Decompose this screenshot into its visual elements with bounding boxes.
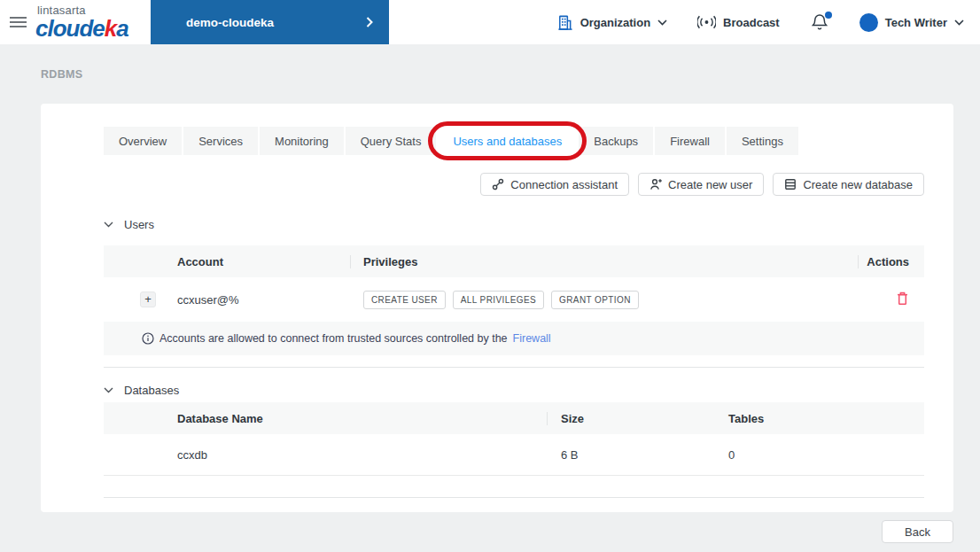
broadcast-label: Broadcast (723, 16, 780, 29)
trash-icon (896, 292, 909, 306)
create-new-database-button[interactable]: Create new database (773, 173, 924, 196)
database-row: ccxdb 6 B 0 (104, 434, 924, 476)
connection-icon (492, 178, 504, 190)
brand-cloudeka: cloudeka (35, 17, 142, 40)
user-name-label: Tech Writer (885, 16, 947, 29)
hamburger-icon (10, 16, 27, 28)
top-bar: lintasarta cloudeka demo-cloudeka Organi… (0, 0, 980, 44)
user-row: + ccxuser@% CREATE USER ALL PRIVILEGES G… (104, 277, 924, 322)
back-button[interactable]: Back (882, 520, 953, 543)
account-value: ccxuser@% (177, 293, 350, 307)
note-text: Accounts are allowed to connect from tru… (159, 332, 508, 345)
organization-menu[interactable]: Organization (556, 14, 667, 31)
column-actions: Actions (858, 255, 924, 268)
chevron-down-icon (104, 387, 113, 393)
database-size-value: 6 B (547, 448, 718, 462)
firewall-note: Accounts are allowed to connect from tru… (104, 322, 924, 355)
user-plus-icon (649, 178, 662, 190)
connection-assistant-button[interactable]: Connection assistant (480, 173, 629, 196)
info-icon (142, 332, 154, 345)
tab-bar: Overview Services Monitoring Query Stats… (104, 127, 924, 155)
database-name-value: ccxdb (104, 448, 547, 462)
users-table: Account Privileges Actions + ccxuser@% C… (104, 245, 924, 355)
actions-toolbar: Connection assistant Create new user Cre… (104, 173, 924, 196)
rdbms-detail-card: Overview Services Monitoring Query Stats… (41, 104, 953, 512)
chevron-down-icon (657, 19, 667, 26)
create-new-user-button[interactable]: Create new user (638, 173, 764, 196)
column-tables: Tables (718, 412, 924, 425)
notification-dot (825, 12, 832, 19)
chevron-down-icon (104, 222, 113, 228)
tab-settings[interactable]: Settings (727, 127, 798, 155)
databases-section-title: Databases (124, 384, 179, 397)
database-tables-value: 0 (718, 448, 924, 462)
user-menu[interactable]: Tech Writer (859, 13, 964, 32)
tab-users-and-databases-wrap: Users and databases (438, 127, 577, 155)
notifications-button[interactable] (810, 12, 829, 32)
database-icon (784, 178, 797, 190)
rdbms-page: lintasarta cloudeka demo-cloudeka Organi… (0, 0, 980, 552)
bottom-divider (104, 497, 924, 498)
delete-user-button[interactable] (896, 292, 909, 306)
organization-label: Organization (580, 16, 650, 29)
privilege-chip: GRANT OPTION (551, 291, 639, 309)
footer-actions: Back (0, 520, 953, 543)
expand-row-button[interactable]: + (140, 292, 156, 307)
section-divider (104, 367, 924, 368)
hamburger-menu-button[interactable] (0, 0, 35, 44)
users-section-toggle[interactable]: Users (104, 217, 924, 231)
users-table-header: Account Privileges Actions (104, 245, 924, 277)
tab-monitoring[interactable]: Monitoring (260, 127, 344, 155)
privilege-chip: CREATE USER (363, 291, 446, 309)
databases-section-toggle[interactable]: Databases (104, 383, 924, 397)
breadcrumb: RDBMS (41, 68, 82, 81)
privilege-chips: CREATE USER ALL PRIVILEGES GRANT OPTION (363, 291, 858, 309)
tab-users-and-databases[interactable]: Users and databases (438, 127, 577, 155)
project-name: demo-cloudeka (186, 16, 274, 29)
organization-icon (556, 14, 573, 31)
tab-overview[interactable]: Overview (104, 127, 182, 155)
privilege-chip: ALL PRIVILEGES (453, 291, 544, 309)
databases-table: Database Name Size Tables ccxdb 6 B 0 (104, 402, 924, 476)
broadcast-button[interactable]: Broadcast (697, 15, 780, 29)
project-selector[interactable]: demo-cloudeka (151, 0, 389, 44)
column-size: Size (547, 412, 718, 425)
users-section-title: Users (124, 218, 154, 231)
column-privileges: Privileges (350, 255, 858, 268)
broadcast-icon (697, 15, 716, 29)
chevron-right-icon (366, 17, 373, 27)
chevron-down-icon (954, 19, 964, 26)
avatar (859, 13, 878, 32)
tab-firewall[interactable]: Firewall (655, 127, 725, 155)
brand-logo[interactable]: lintasarta cloudeka (35, 0, 151, 44)
databases-table-header: Database Name Size Tables (104, 402, 924, 434)
tab-backups[interactable]: Backups (579, 127, 653, 155)
top-bar-right: Organization Broadcast Tech Writer (389, 0, 980, 44)
firewall-link[interactable]: Firewall (513, 332, 551, 345)
tab-services[interactable]: Services (183, 127, 258, 155)
column-database-name: Database Name (104, 412, 547, 425)
tab-query-stats[interactable]: Query Stats (346, 127, 437, 155)
column-account: Account (177, 255, 350, 268)
